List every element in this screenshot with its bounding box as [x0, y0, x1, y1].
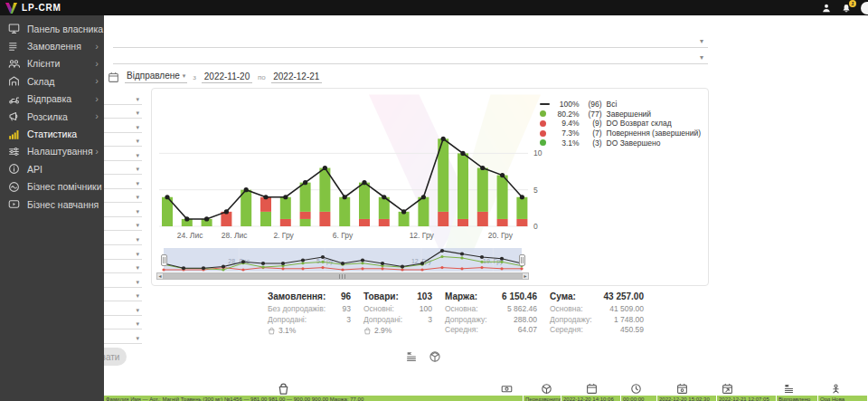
chevron-down-icon: ▾ [136, 320, 139, 327]
svg-text:5. Гру: 5. Гру [316, 258, 334, 265]
sidebar-item-shipping[interactable]: Відправка› [0, 91, 104, 108]
chevron-down-icon: ▾ [136, 110, 139, 116]
orders-table-row[interactable]: Фамилия Имя — Арт.: Магній Травень (300 … [104, 396, 868, 401]
chevron-down-icon: ▾ [136, 96, 139, 102]
lp-crm-logo-icon [5, 3, 17, 14]
stat-column: Маржа:6 150.46Основна:5 862.46Допродажу:… [445, 291, 537, 336]
dashboard-icon [7, 23, 20, 34]
notification-badge: 1 [849, 0, 856, 7]
avatar[interactable] [861, 2, 868, 14]
svg-text:24. Лис: 24. Лис [177, 231, 204, 240]
chevron-down-icon: ▾ [136, 124, 139, 130]
chevron-right-icon: › [95, 42, 99, 52]
stat-sub-row: Без допродажів:93 [268, 304, 351, 315]
scrollbar-grip-icon [339, 274, 347, 279]
legend-item[interactable]: 100%(96)Всі [540, 100, 701, 110]
navigator-right-handle[interactable] [519, 254, 525, 266]
scroll-right-arrow-icon[interactable]: ► [522, 272, 529, 280]
svg-text:0: 0 [533, 222, 538, 231]
scroll-left-arrow-icon[interactable]: ◄ [156, 272, 164, 280]
date-to-input[interactable] [271, 72, 322, 83]
stat-sub-row: Середня:450.59 [550, 325, 644, 336]
calendar-bell-icon[interactable] [676, 383, 688, 395]
table-cell[interactable]: 2022-12-20 14:10:06 [561, 396, 621, 401]
sidebar-item-mailing[interactable]: Розсилка› [0, 108, 104, 125]
package-icon[interactable] [541, 383, 552, 395]
bag-icon[interactable] [277, 382, 290, 396]
scrollbar-track[interactable] [164, 272, 522, 280]
helpers-icon [7, 181, 20, 193]
sidebar-item-label: Склад [27, 76, 54, 87]
sidebar-item-label: Розсилка [27, 111, 68, 122]
chevron-down-icon: ▾ [136, 236, 139, 243]
table-cell[interactable]: 2022-12-20 15:02:30 [657, 396, 717, 401]
legend-item[interactable]: 3.1%(3)DO Завершено [540, 138, 701, 148]
info-icon [7, 163, 20, 175]
sidebar-item-label: API [27, 164, 42, 175]
money-icon[interactable] [501, 383, 513, 395]
sidebar-item-label: Бізнес навчання [27, 199, 99, 210]
stat-title: Товари:103 [363, 291, 432, 301]
sidebar-item-label: Клієнти [27, 58, 60, 69]
sidebar-item-owner-panel[interactable]: Панель власника [0, 20, 104, 37]
svg-text:6. Гру: 6. Гру [333, 231, 354, 240]
legend-marker-icon [540, 130, 552, 137]
chevron-down-icon: ▾ [136, 279, 139, 285]
stats-lines-icon[interactable] [783, 383, 795, 395]
clients-icon [7, 58, 20, 70]
scrollbar-thumb[interactable] [164, 273, 522, 279]
sidebar-item-label: Відправка [27, 93, 71, 104]
sidebar-item-api[interactable]: API [0, 160, 104, 177]
date-from-input[interactable] [202, 72, 252, 83]
chevron-down-icon: ▾ [136, 307, 139, 313]
warehouse-icon [7, 75, 20, 87]
cube-icon[interactable] [429, 350, 441, 363]
legend-item[interactable]: 9.4%(9)DO Возврат склад [540, 119, 701, 129]
chevron-down-icon: ▾ [136, 180, 139, 186]
chevron-down-icon: ▾ [136, 264, 139, 271]
date-type-select[interactable]: Відправлене ▾ [125, 71, 187, 83]
table-cell[interactable]: Орд Нова [818, 396, 868, 401]
to-word: по [258, 73, 266, 81]
chevron-down-icon: ▾ [136, 138, 139, 144]
calendar-icon[interactable] [586, 383, 598, 395]
chevron-down-icon: ▾ [136, 335, 139, 341]
clock-icon[interactable] [630, 383, 642, 395]
chevron-down-icon: ▾ [136, 208, 139, 215]
stat-sub-row: Основна:41 509.00 [550, 304, 644, 315]
navigator-chart[interactable]: 28. Лис5. Гру12. Гру19. Гру [156, 248, 529, 272]
sidebar-item-label: Панель власника [27, 24, 103, 34]
calendar-send-icon[interactable] [722, 383, 733, 395]
person-small-icon[interactable] [830, 383, 842, 395]
legend-item[interactable]: 7.3%(7)Повернення (завершений) [540, 129, 701, 138]
sidebar-item-warehouse[interactable]: Склад› [0, 72, 104, 90]
table-cell[interactable]: 2022-12-21 12:07:05 [717, 396, 777, 401]
filter-select-status[interactable]: ▾ [113, 20, 708, 48]
logo-text: LP-CRM [22, 3, 61, 13]
sidebar-item-statistics[interactable]: Статистика [0, 125, 104, 142]
stat-sub-row: Основні:100 [363, 304, 432, 315]
sidebar-item-settings[interactable]: Налаштування› [0, 143, 104, 160]
megaphone-icon [7, 110, 20, 122]
table-cell[interactable]: Передзвонити [524, 396, 561, 401]
legend-marker-icon [540, 110, 552, 117]
navigator-left-handle[interactable] [161, 254, 167, 266]
video-icon [7, 198, 20, 210]
svg-text:5: 5 [533, 186, 538, 195]
legend-item[interactable]: 80.2%(77)Завершений [540, 110, 701, 119]
sidebar-item-clients[interactable]: Клієнти› [0, 55, 104, 72]
sidebar-item-business-helpers[interactable]: Бізнес помічники [0, 178, 104, 196]
calendar-icon [108, 72, 119, 83]
list-lines-icon[interactable] [405, 350, 418, 363]
sidebar-item-label: Налаштування [27, 146, 93, 157]
notifications-bell-icon[interactable]: 1 [841, 3, 852, 14]
sidebar-item-business-training[interactable]: Бізнес навчання [0, 196, 104, 213]
user-icon[interactable] [821, 3, 832, 14]
table-cell[interactable]: 00:00:00 [621, 396, 657, 401]
topbar: LP-CRM 1 [0, 0, 868, 15]
filter-select-products[interactable]: ▾ [113, 50, 708, 64]
table-cell[interactable]: Відправлено [777, 396, 818, 401]
sidebar-item-orders[interactable]: Замовлення› [0, 37, 104, 54]
chevron-down-icon: ▾ [136, 222, 139, 228]
table-cell[interactable]: Фамилия Имя — Арт.: Магній Травень (300 … [104, 396, 524, 401]
